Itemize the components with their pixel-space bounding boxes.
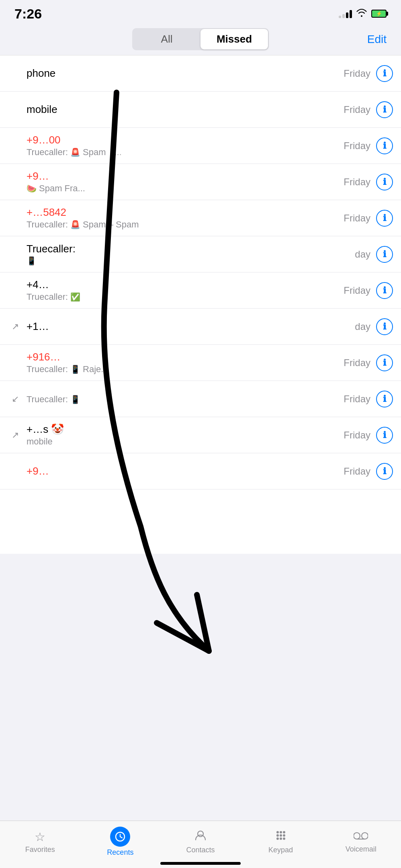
call-info: +…5842 Truecaller: 🚨 Spam – Spam bbox=[27, 206, 344, 230]
call-item: ↗ +1… day ℹ bbox=[0, 309, 401, 345]
call-meta: Friday ℹ bbox=[344, 391, 393, 407]
svg-point-12 bbox=[283, 837, 285, 840]
call-icon-left: ↙ bbox=[8, 394, 23, 404]
tab-item-voicemail[interactable]: Voicemail bbox=[339, 830, 383, 854]
call-name: +9… bbox=[27, 170, 344, 182]
call-sub: Truecaller: 📱 Raje... bbox=[27, 364, 344, 375]
truecaller-emoji: 🍉 bbox=[27, 184, 37, 193]
call-time: Friday bbox=[344, 68, 370, 79]
svg-point-11 bbox=[280, 837, 282, 840]
favorites-icon: ☆ bbox=[35, 830, 45, 844]
call-icon-left: ↗ bbox=[8, 321, 23, 332]
call-time: Friday bbox=[344, 140, 370, 151]
info-button[interactable]: ℹ bbox=[376, 427, 393, 444]
call-item: +4… Truecaller: ✅ Friday ℹ bbox=[0, 272, 401, 309]
info-button[interactable]: ℹ bbox=[376, 282, 393, 299]
call-item: ↗ +…s 🤡 mobile Friday ℹ bbox=[0, 417, 401, 453]
tab-item-contacts[interactable]: Contacts bbox=[178, 829, 223, 854]
info-button[interactable]: ℹ bbox=[376, 101, 393, 118]
edit-button[interactable]: Edit bbox=[367, 33, 387, 46]
svg-point-5 bbox=[280, 831, 282, 833]
call-meta: Friday ℹ bbox=[344, 174, 393, 190]
svg-point-4 bbox=[276, 831, 279, 833]
tab-label-contacts: Contacts bbox=[186, 846, 215, 854]
call-name: +…s 🤡 bbox=[27, 423, 344, 436]
call-info: mobile bbox=[27, 103, 344, 116]
status-bar: 7:26 ⚡ bbox=[0, 0, 401, 24]
call-meta: Friday ℹ bbox=[344, 101, 393, 118]
call-sub: 📱 bbox=[27, 256, 355, 266]
call-name: Truecaller: bbox=[27, 243, 355, 255]
info-button[interactable]: ℹ bbox=[376, 354, 393, 371]
svg-point-7 bbox=[276, 834, 279, 837]
call-name: +916… bbox=[27, 351, 344, 363]
svg-point-9 bbox=[283, 834, 285, 837]
call-name: +1… bbox=[27, 320, 355, 333]
truecaller-emoji: 🚨 bbox=[70, 220, 80, 229]
call-item: mobile Friday ℹ bbox=[0, 92, 401, 128]
keypad-icon bbox=[275, 829, 287, 844]
call-info: phone bbox=[27, 67, 344, 80]
tab-item-keypad[interactable]: Keypad bbox=[259, 829, 303, 854]
svg-point-6 bbox=[283, 831, 285, 833]
tab-label-keypad: Keypad bbox=[268, 846, 293, 854]
call-info: +9… 🍉 Spam Fra... bbox=[27, 170, 344, 194]
info-button[interactable]: ℹ bbox=[376, 318, 393, 335]
call-item: +9… Friday ℹ bbox=[0, 453, 401, 489]
info-button[interactable]: ℹ bbox=[376, 391, 393, 407]
truecaller-emoji: 🚨 bbox=[70, 147, 80, 157]
call-name: +4… bbox=[27, 278, 344, 291]
call-item: +…5842 Truecaller: 🚨 Spam – Spam Friday … bbox=[0, 200, 401, 236]
truecaller-emoji: 📱 bbox=[27, 256, 37, 266]
call-item: phone Friday ℹ bbox=[0, 55, 401, 92]
outgoing-call-icon: ↗ bbox=[12, 321, 19, 332]
status-icons: ⚡ bbox=[339, 8, 387, 19]
svg-line-2 bbox=[120, 837, 122, 838]
svg-point-13 bbox=[354, 833, 360, 839]
call-name: +9…00 bbox=[27, 134, 344, 146]
call-sub: 🍉 Spam Fra... bbox=[27, 183, 344, 194]
header: All Missed Edit bbox=[0, 24, 401, 55]
call-list: phone Friday ℹ mobile Friday ℹ +9…00 Tru… bbox=[0, 55, 401, 554]
call-time: Friday bbox=[344, 213, 370, 224]
tab-item-favorites[interactable]: ☆ Favorites bbox=[18, 830, 62, 854]
segment-missed[interactable]: Missed bbox=[200, 29, 268, 49]
segment-all[interactable]: All bbox=[133, 29, 200, 49]
tab-label-voicemail: Voicemail bbox=[346, 845, 376, 854]
call-info: Truecaller: 📱 bbox=[27, 393, 344, 405]
info-button[interactable]: ℹ bbox=[376, 246, 393, 263]
svg-point-10 bbox=[276, 837, 279, 840]
call-sub: Truecaller: 📱 bbox=[27, 394, 344, 405]
info-button[interactable]: ℹ bbox=[376, 210, 393, 227]
truecaller-emoji: 📱 bbox=[70, 395, 80, 404]
contacts-icon bbox=[194, 829, 207, 844]
call-meta: day ℹ bbox=[355, 318, 393, 335]
call-name: +9… bbox=[27, 465, 344, 477]
info-button[interactable]: ℹ bbox=[376, 65, 393, 82]
call-time: Friday bbox=[344, 357, 370, 368]
voicemail-icon bbox=[354, 830, 368, 843]
call-meta: Friday ℹ bbox=[344, 354, 393, 371]
call-sub: Truecaller: 🚨 Spam – Spam bbox=[27, 219, 344, 230]
tab-label-favorites: Favorites bbox=[25, 845, 55, 854]
call-meta: Friday ℹ bbox=[344, 463, 393, 480]
call-time: day bbox=[355, 249, 370, 260]
call-meta: day ℹ bbox=[355, 246, 393, 263]
call-info: +4… Truecaller: ✅ bbox=[27, 278, 344, 302]
signal-bars-icon bbox=[339, 9, 352, 18]
call-info: +1… bbox=[27, 320, 355, 333]
call-sub: mobile bbox=[27, 436, 344, 447]
call-meta: Friday ℹ bbox=[344, 210, 393, 227]
call-time: Friday bbox=[344, 285, 370, 296]
call-item: +916… Truecaller: 📱 Raje... Friday ℹ bbox=[0, 345, 401, 381]
truecaller-emoji: ✅ bbox=[70, 292, 80, 302]
info-button[interactable]: ℹ bbox=[376, 463, 393, 480]
tab-item-recents[interactable]: Recents bbox=[98, 827, 142, 857]
info-button[interactable]: ℹ bbox=[376, 174, 393, 190]
call-time: Friday bbox=[344, 466, 370, 477]
call-item: +9…00 Truecaller: 🚨 Spam l... Friday ℹ bbox=[0, 128, 401, 164]
call-meta: Friday ℹ bbox=[344, 65, 393, 82]
call-time: day bbox=[355, 321, 370, 332]
segment-control: All Missed bbox=[132, 28, 269, 50]
info-button[interactable]: ℹ bbox=[376, 137, 393, 154]
